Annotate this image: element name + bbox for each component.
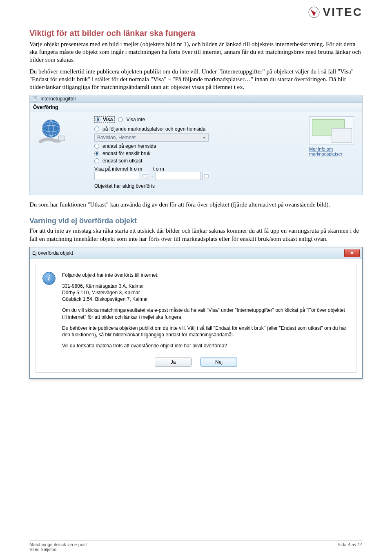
- radio-following[interactable]: [94, 127, 99, 131]
- dialog-line-6: Du behöver inte publicera objekten publi…: [62, 325, 350, 338]
- dialog-object-3: Gösbäck 1:54, Biskopsvägen 7, Kalmar: [62, 296, 350, 302]
- dropdown-value: Bovision, Hemnet: [97, 135, 136, 140]
- panel-illustration: [35, 116, 88, 189]
- footer-page-number: Sida 4 av 14: [338, 542, 363, 552]
- radio-visa-inte[interactable]: [118, 117, 123, 122]
- radio-utkast[interactable]: [94, 158, 99, 163]
- calendar-icon: [143, 173, 147, 178]
- screenshot-warning-dialog: Ej överförda objekt ✕ i Följande objekt …: [29, 247, 363, 379]
- dialog-object-1: 331-9806, Kämnärsgatan 3 A, Kalmar: [62, 283, 350, 289]
- panel-tab-header: Internetuppgifter: [30, 95, 362, 103]
- paragraph-2: Du behöver emellertid inte publicera obj…: [29, 68, 363, 91]
- close-icon: ✕: [350, 250, 354, 256]
- calendar-from-button[interactable]: [141, 172, 149, 180]
- yes-button[interactable]: Ja: [155, 358, 192, 367]
- brand-name: VITEC: [323, 6, 363, 19]
- footer-company: Vitec Säljstöd: [29, 547, 87, 552]
- section-title-overforing: Överföring: [30, 103, 362, 112]
- no-button[interactable]: Nej: [200, 358, 237, 367]
- paragraph-1: Varje objekt presenteras med en bild i m…: [29, 40, 363, 64]
- tab-internetuppgifter[interactable]: Internetuppgifter: [40, 96, 76, 102]
- radio-visa[interactable]: Visa: [94, 116, 115, 123]
- page-footer: Matchningsutskick via e-post Vitec Säljs…: [29, 540, 363, 552]
- radio-enskilt[interactable]: [94, 151, 99, 156]
- radio-following-label: på följande marknadsplatser och egen hem…: [102, 126, 205, 132]
- close-button[interactable]: ✕: [344, 249, 360, 257]
- label-date-to: t o m: [153, 166, 206, 172]
- dialog-line-5: Om du vill skicka matchningsresultatet v…: [62, 307, 350, 320]
- radio-own-site[interactable]: [94, 144, 99, 149]
- date-to-input[interactable]: [156, 172, 200, 180]
- svg-point-5: [42, 120, 60, 138]
- radio-enskilt-label: endast för enskilt bruk: [102, 151, 150, 156]
- date-separator: -: [151, 173, 153, 179]
- heading-2: Varning vid ej överförda objekt: [29, 217, 363, 225]
- svg-rect-7: [58, 136, 65, 141]
- vitec-glyph-icon: [308, 7, 320, 18]
- radio-dot-icon: [96, 117, 100, 122]
- radio-own-site-label: endast på egen hemsida: [102, 143, 156, 149]
- svg-rect-1: [33, 96, 37, 101]
- more-info-link-line2: marknadsplatser: [309, 151, 342, 156]
- screenshot-overforing-panel: Internetuppgifter Överföring: [29, 95, 363, 195]
- marketplaces-dropdown[interactable]: Bovision, Hemnet: [94, 133, 209, 142]
- heading-1: Viktigt för att bilder och länkar ska fu…: [29, 29, 363, 38]
- label-date-from: Visa på internet fr o m: [94, 166, 147, 172]
- brand-logo: VITEC: [308, 6, 363, 19]
- dialog-title: Ej överförda objekt: [32, 250, 73, 256]
- transfer-status: Objektet har aldrig överförts: [94, 183, 303, 189]
- footer-doc-title: Matchningsutskick via e-post: [29, 542, 87, 547]
- document-icon: [32, 96, 38, 102]
- more-info-link[interactable]: Mer info om marknadsplatser: [309, 147, 357, 156]
- radio-visa-label: Visa: [103, 117, 113, 122]
- chevron-down-icon: [203, 137, 206, 139]
- dialog-object-2: Dörby 5:110, Mistelvägen 3, Kalmar: [62, 289, 350, 296]
- marketplaces-thumbnail[interactable]: [309, 116, 354, 145]
- more-info-link-line1: Mer info om: [309, 147, 333, 151]
- radio-visa-inte-label: Visa inte: [126, 117, 145, 122]
- calendar-icon: [204, 173, 209, 178]
- radio-utkast-label: endast som utkast: [102, 158, 142, 164]
- calendar-to-button[interactable]: [202, 172, 210, 180]
- date-from-input[interactable]: [94, 172, 139, 180]
- globe-cable-icon: [35, 116, 67, 149]
- paragraph-4: För att du inte av misstag ska råka star…: [29, 227, 363, 242]
- svg-rect-11: [204, 174, 208, 175]
- dialog-line-7: Vill du fortsätta matcha trots att ovans…: [62, 342, 350, 349]
- svg-rect-9: [143, 174, 147, 175]
- paragraph-3: Du som har funktionen "Utkast" kan använ…: [29, 201, 363, 209]
- info-icon: i: [42, 272, 56, 285]
- dialog-line-1: Följande objekt har inte överförts till …: [62, 272, 350, 278]
